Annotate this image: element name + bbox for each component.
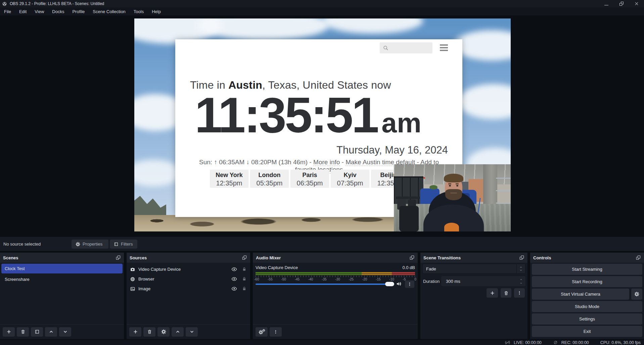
sources-panel: Sources Video Capture Device Browser Ima… — [127, 253, 250, 339]
restore-button[interactable] — [614, 0, 629, 7]
source-item-image[interactable]: Image — [127, 284, 250, 294]
add-scene-button[interactable] — [3, 327, 15, 337]
source-move-down-button[interactable] — [186, 327, 198, 337]
exit-button[interactable]: Exit — [532, 326, 642, 337]
scene-item-clock-test[interactable]: Clock Test — [1, 264, 123, 273]
title-bar[interactable]: OBS 29.1.2 - Profile: LLHLS BETA - Scene… — [0, 0, 644, 7]
start-recording-button[interactable]: Start Recording — [532, 276, 642, 287]
dock-popout-icon[interactable] — [636, 255, 641, 260]
source-item-video-capture[interactable]: Video Capture Device — [127, 264, 250, 274]
filters-button[interactable]: Filters — [110, 240, 137, 249]
remove-source-button[interactable] — [143, 327, 155, 337]
globe-icon — [130, 276, 135, 282]
program-preview[interactable]: TIME.IS Time in Austin, Texas, United St… — [134, 18, 511, 231]
rec-timer: REC: 00:00:00 — [561, 340, 589, 345]
transition-properties-button[interactable] — [514, 288, 525, 298]
stream-inactive-icon — [505, 340, 510, 345]
spin-down-icon[interactable] — [519, 282, 523, 285]
lock-icon[interactable] — [242, 267, 247, 272]
remove-transition-button[interactable] — [501, 288, 511, 298]
chevron-up-icon — [175, 329, 180, 334]
dock-popout-icon[interactable] — [242, 255, 247, 260]
remove-scene-button[interactable] — [17, 327, 29, 337]
transition-select[interactable]: Fade — [422, 264, 525, 274]
volume-slider-track[interactable] — [256, 284, 393, 285]
chevron-up-icon — [49, 329, 54, 334]
lock-icon[interactable] — [242, 276, 247, 282]
minimize-button[interactable] — [599, 0, 614, 7]
source-move-up-button[interactable] — [172, 327, 184, 337]
scene-transitions-panel: Scene Transitions Fade Duration 300 ms — [420, 253, 527, 339]
dock-popout-icon[interactable] — [409, 255, 415, 260]
source-properties-button[interactable] — [157, 327, 170, 337]
add-source-button[interactable] — [129, 327, 141, 337]
restore-icon — [619, 2, 624, 6]
window-title: OBS 29.1.2 - Profile: LLHLS BETA - Scene… — [10, 1, 104, 6]
menu-tools[interactable]: Tools — [130, 9, 148, 14]
dock-popout-icon[interactable] — [116, 255, 121, 260]
more-info-link: More info — [313, 159, 340, 166]
start-streaming-button[interactable]: Start Streaming — [532, 264, 642, 275]
menu-edit[interactable]: Edit — [15, 9, 31, 14]
chevron-down-icon — [189, 329, 194, 334]
chevron-down-icon — [63, 329, 68, 334]
menu-docks[interactable]: Docks — [48, 9, 68, 14]
mixer-channel-menu-button[interactable] — [405, 281, 414, 288]
menu-help[interactable]: Help — [148, 9, 165, 14]
source-status-text: No source selected — [3, 237, 41, 251]
scene-move-up-button[interactable] — [45, 327, 57, 337]
scene-filters-button[interactable] — [31, 327, 43, 337]
meter-scale-labels: -60-55-50-45-40-35-30-25-20-15-10-50 — [254, 277, 416, 281]
scene-item-screenshare[interactable]: Screenshare — [1, 274, 123, 284]
close-icon — [634, 1, 639, 6]
scene-transitions-panel-title: Scene Transitions — [423, 255, 461, 260]
controls-panel: Controls Start Streaming Start Recording… — [530, 253, 644, 339]
speaker-icon[interactable] — [396, 281, 402, 287]
menu-file[interactable]: File — [0, 9, 15, 14]
timeis-logo: TIME.IS — [190, 40, 229, 55]
audio-mixer-panel-title: Audio Mixer — [256, 255, 281, 260]
cpu-fps-stats: CPU: 0.6%, 30.00 fps — [600, 340, 641, 345]
world-time-newyork: New York12:35pm — [210, 170, 248, 188]
world-time-london: London05:35pm — [250, 170, 289, 188]
plus-icon — [6, 329, 11, 334]
kebab-menu-icon — [407, 282, 412, 287]
scene-move-down-button[interactable] — [59, 327, 71, 337]
chevron-down-icon — [519, 269, 522, 272]
volume-meter — [256, 272, 415, 273]
lock-icon[interactable] — [242, 286, 247, 291]
trash-icon — [504, 291, 509, 296]
search-icon — [382, 45, 389, 51]
mixer-channel-name: Video Capture Device — [256, 265, 298, 270]
menu-scene-collection[interactable]: Scene Collection — [89, 9, 130, 14]
mixer-menu-button[interactable] — [270, 327, 282, 337]
visibility-eye-icon[interactable] — [231, 276, 237, 282]
advanced-audio-properties-button[interactable] — [256, 327, 268, 337]
studio-mode-button[interactable]: Studio Mode — [532, 301, 642, 312]
filter-icon — [35, 329, 40, 334]
spin-up-icon[interactable] — [519, 278, 523, 281]
gear-icon — [262, 329, 265, 332]
volume-slider-handle[interactable] — [385, 282, 394, 286]
trash-icon — [147, 329, 152, 334]
settings-button[interactable]: Settings — [532, 313, 642, 325]
duration-spinbox[interactable]: 300 ms — [441, 276, 525, 286]
close-button[interactable] — [629, 0, 644, 7]
visibility-eye-icon[interactable] — [231, 266, 237, 272]
menu-view[interactable]: View — [31, 9, 48, 14]
menu-profile[interactable]: Profile — [68, 9, 89, 14]
properties-button[interactable]: Properties — [72, 240, 108, 249]
add-transition-button[interactable] — [487, 288, 498, 298]
source-item-browser[interactable]: Browser — [127, 274, 250, 284]
visibility-eye-icon[interactable] — [231, 286, 237, 292]
virtual-camera-config-button[interactable] — [631, 289, 642, 300]
start-virtual-camera-button[interactable]: Start Virtual Camera — [532, 289, 629, 300]
world-time-kyiv: Kyiv07:35pm — [331, 170, 369, 188]
trash-icon — [20, 329, 26, 334]
clock-ampm: am — [381, 107, 421, 138]
preview-canvas-area: TIME.IS Time in Austin, Texas, United St… — [0, 15, 644, 237]
obs-window: OBS 29.1.2 - Profile: LLHLS BETA - Scene… — [0, 0, 644, 345]
dock-popout-icon[interactable] — [519, 255, 524, 260]
plus-icon — [133, 329, 138, 334]
image-icon — [130, 286, 135, 292]
